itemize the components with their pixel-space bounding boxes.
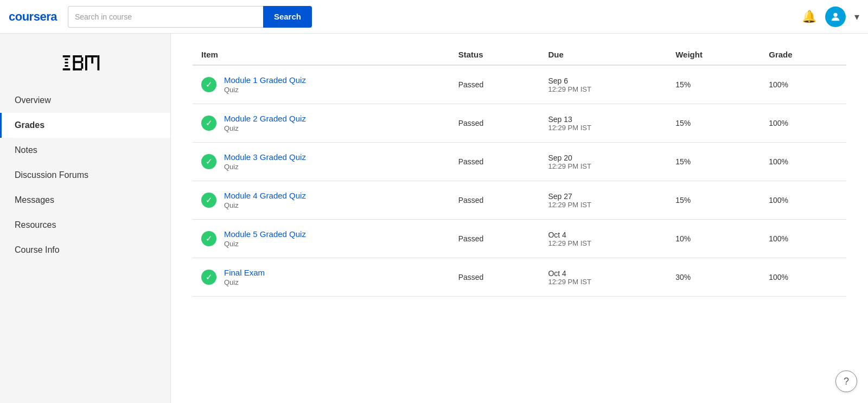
due-time: 12:29 PM IST	[548, 239, 658, 247]
check-icon: ✓	[201, 193, 216, 208]
search-area: Search	[68, 6, 312, 28]
col-header-status: Status	[450, 44, 540, 65]
svg-rect-11	[81, 63, 84, 69]
search-input[interactable]	[68, 6, 263, 28]
item-title[interactable]: Module 4 Graded Quiz	[224, 191, 306, 200]
due-date: Oct 4	[548, 231, 658, 239]
ibm-logo-container	[0, 44, 170, 88]
due-date: Sep 6	[548, 76, 658, 85]
table-row: ✓ Module 3 Graded Quiz Quiz PassedSep 20…	[193, 143, 846, 181]
check-icon: ✓	[201, 154, 216, 169]
table-row: ✓ Module 2 Graded Quiz Quiz PassedSep 13…	[193, 104, 846, 143]
due-date: Oct 4	[548, 269, 658, 278]
svg-rect-14	[87, 55, 98, 57]
check-icon: ✓	[201, 270, 216, 285]
due-cell: Oct 412:29 PM IST	[539, 220, 667, 258]
grades-table: ItemStatusDueWeightGrade ✓ Module 1 Grad…	[193, 44, 846, 297]
item-type: Quiz	[224, 86, 306, 94]
col-header-due: Due	[539, 44, 667, 65]
item-title[interactable]: Module 5 Graded Quiz	[224, 229, 306, 239]
table-row: ✓ Module 5 Graded Quiz Quiz PassedOct 41…	[193, 220, 846, 258]
check-icon: ✓	[201, 77, 216, 92]
sidebar-item-notes[interactable]: Notes	[0, 138, 170, 163]
item-cell: ✓ Module 5 Graded Quiz Quiz	[193, 220, 450, 258]
item-title[interactable]: Final Exam	[224, 268, 265, 277]
table-row: ✓ Module 1 Graded Quiz Quiz PassedSep 61…	[193, 65, 846, 104]
grade-cell: 100%	[760, 65, 846, 104]
svg-rect-7	[73, 55, 82, 57]
item-cell: ✓ Module 3 Graded Quiz Quiz	[193, 143, 450, 181]
due-cell: Sep 612:29 PM IST	[539, 65, 667, 104]
logo: coursera	[9, 10, 57, 24]
item-type: Quiz	[224, 124, 306, 132]
col-header-grade: Grade	[760, 44, 846, 65]
svg-rect-15	[91, 57, 93, 63]
item-type: Quiz	[224, 278, 265, 286]
svg-rect-9	[73, 68, 82, 71]
due-cell: Sep 1312:29 PM IST	[539, 104, 667, 143]
svg-rect-3	[65, 62, 68, 63]
item-type: Quiz	[224, 201, 306, 209]
svg-rect-5	[63, 68, 71, 71]
grade-cell: 100%	[760, 181, 846, 220]
search-button[interactable]: Search	[263, 6, 312, 28]
due-time: 12:29 PM IST	[548, 162, 658, 170]
ibm-logo-icon	[61, 50, 110, 77]
grade-cell: 100%	[760, 143, 846, 181]
main-content: ItemStatusDueWeightGrade ✓ Module 1 Grad…	[171, 34, 868, 403]
table-row: ✓ Final Exam Quiz PassedOct 412:29 PM IS…	[193, 258, 846, 297]
sidebar-item-resources[interactable]: Resources	[0, 213, 170, 238]
grade-cell: 100%	[760, 220, 846, 258]
due-cell: Sep 2012:29 PM IST	[539, 143, 667, 181]
sidebar-item-overview[interactable]: Overview	[0, 88, 170, 113]
due-date: Sep 13	[548, 115, 658, 124]
svg-rect-2	[65, 59, 68, 60]
sidebar: OverviewGradesNotesDiscussion ForumsMess…	[0, 34, 171, 403]
header-right: 🔔 ▾	[802, 7, 859, 27]
svg-point-0	[833, 12, 837, 16]
notification-bell-icon[interactable]: 🔔	[802, 10, 816, 24]
item-cell: ✓ Module 4 Graded Quiz Quiz	[193, 181, 450, 220]
svg-rect-4	[65, 65, 68, 67]
avatar[interactable]	[825, 7, 846, 27]
sidebar-item-discussion-forums[interactable]: Discussion Forums	[0, 163, 170, 188]
item-title[interactable]: Module 3 Graded Quiz	[224, 152, 306, 162]
due-time: 12:29 PM IST	[548, 124, 658, 132]
due-cell: Sep 2712:29 PM IST	[539, 181, 667, 220]
due-cell: Oct 412:29 PM IST	[539, 258, 667, 297]
status-cell: Passed	[450, 220, 540, 258]
check-icon: ✓	[201, 231, 216, 246]
status-cell: Passed	[450, 181, 540, 220]
weight-cell: 15%	[667, 65, 760, 104]
col-header-weight: Weight	[667, 44, 760, 65]
grade-cell: 100%	[760, 258, 846, 297]
sidebar-nav: OverviewGradesNotesDiscussion ForumsMess…	[0, 88, 170, 263]
table-header: ItemStatusDueWeightGrade	[193, 44, 846, 65]
svg-rect-10	[81, 57, 84, 62]
weight-cell: 30%	[667, 258, 760, 297]
item-cell: ✓ Module 2 Graded Quiz Quiz	[193, 104, 450, 143]
col-header-item: Item	[193, 44, 450, 65]
status-cell: Passed	[450, 104, 540, 143]
weight-cell: 15%	[667, 143, 760, 181]
sidebar-item-grades[interactable]: Grades	[0, 113, 170, 138]
help-button[interactable]: ?	[835, 370, 857, 392]
item-cell: ✓ Final Exam Quiz	[193, 258, 450, 297]
item-title[interactable]: Module 2 Graded Quiz	[224, 114, 306, 123]
weight-cell: 15%	[667, 104, 760, 143]
due-date: Sep 20	[548, 153, 658, 162]
item-cell: ✓ Module 1 Graded Quiz Quiz	[193, 65, 450, 104]
main-layout: OverviewGradesNotesDiscussion ForumsMess…	[0, 34, 868, 403]
status-cell: Passed	[450, 65, 540, 104]
status-cell: Passed	[450, 143, 540, 181]
item-type: Quiz	[224, 240, 306, 248]
status-cell: Passed	[450, 258, 540, 297]
sidebar-item-course-info[interactable]: Course Info	[0, 238, 170, 263]
due-date: Sep 27	[548, 192, 658, 201]
weight-cell: 10%	[667, 220, 760, 258]
sidebar-item-messages[interactable]: Messages	[0, 188, 170, 213]
due-time: 12:29 PM IST	[548, 278, 658, 286]
due-time: 12:29 PM IST	[548, 201, 658, 209]
chevron-down-icon[interactable]: ▾	[854, 11, 859, 23]
item-title[interactable]: Module 1 Graded Quiz	[224, 75, 306, 85]
